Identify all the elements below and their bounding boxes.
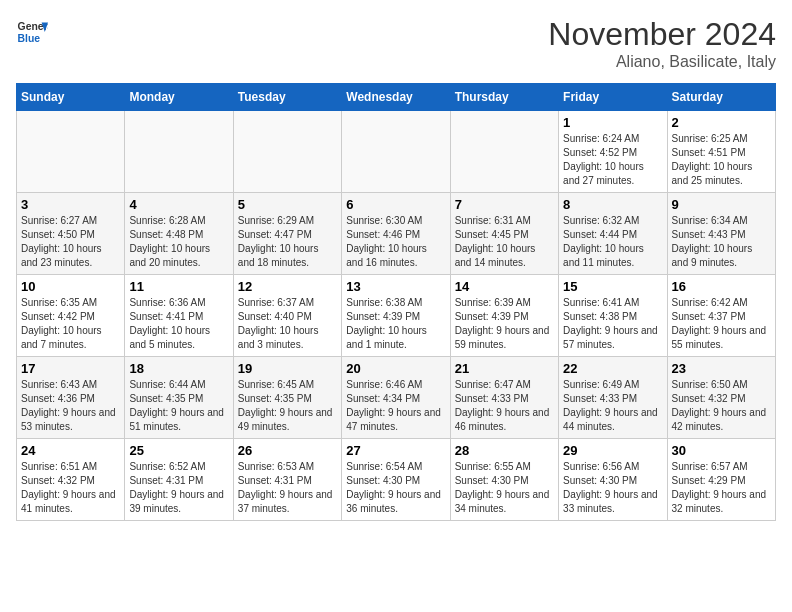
month-title: November 2024 — [548, 16, 776, 53]
location-subtitle: Aliano, Basilicate, Italy — [548, 53, 776, 71]
day-number: 30 — [672, 443, 771, 458]
day-number: 13 — [346, 279, 445, 294]
day-info: Sunrise: 6:44 AM Sunset: 4:35 PM Dayligh… — [129, 378, 228, 434]
day-number: 22 — [563, 361, 662, 376]
day-info: Sunrise: 6:27 AM Sunset: 4:50 PM Dayligh… — [21, 214, 120, 270]
day-cell: 14Sunrise: 6:39 AM Sunset: 4:39 PM Dayli… — [450, 275, 558, 357]
day-number: 15 — [563, 279, 662, 294]
day-info: Sunrise: 6:28 AM Sunset: 4:48 PM Dayligh… — [129, 214, 228, 270]
svg-text:Blue: Blue — [18, 33, 41, 44]
day-cell: 9Sunrise: 6:34 AM Sunset: 4:43 PM Daylig… — [667, 193, 775, 275]
day-info: Sunrise: 6:39 AM Sunset: 4:39 PM Dayligh… — [455, 296, 554, 352]
calendar-body: 1Sunrise: 6:24 AM Sunset: 4:52 PM Daylig… — [17, 111, 776, 521]
day-header-monday: Monday — [125, 84, 233, 111]
day-cell — [233, 111, 341, 193]
day-cell — [17, 111, 125, 193]
calendar-header: SundayMondayTuesdayWednesdayThursdayFrid… — [17, 84, 776, 111]
day-cell: 27Sunrise: 6:54 AM Sunset: 4:30 PM Dayli… — [342, 439, 450, 521]
day-info: Sunrise: 6:38 AM Sunset: 4:39 PM Dayligh… — [346, 296, 445, 352]
day-cell: 21Sunrise: 6:47 AM Sunset: 4:33 PM Dayli… — [450, 357, 558, 439]
day-number: 26 — [238, 443, 337, 458]
day-info: Sunrise: 6:47 AM Sunset: 4:33 PM Dayligh… — [455, 378, 554, 434]
day-number: 16 — [672, 279, 771, 294]
day-info: Sunrise: 6:34 AM Sunset: 4:43 PM Dayligh… — [672, 214, 771, 270]
logo-icon: General Blue — [16, 16, 48, 48]
week-row-2: 3Sunrise: 6:27 AM Sunset: 4:50 PM Daylig… — [17, 193, 776, 275]
day-number: 4 — [129, 197, 228, 212]
day-info: Sunrise: 6:43 AM Sunset: 4:36 PM Dayligh… — [21, 378, 120, 434]
day-cell: 30Sunrise: 6:57 AM Sunset: 4:29 PM Dayli… — [667, 439, 775, 521]
day-info: Sunrise: 6:36 AM Sunset: 4:41 PM Dayligh… — [129, 296, 228, 352]
day-cell: 29Sunrise: 6:56 AM Sunset: 4:30 PM Dayli… — [559, 439, 667, 521]
week-row-3: 10Sunrise: 6:35 AM Sunset: 4:42 PM Dayli… — [17, 275, 776, 357]
day-number: 19 — [238, 361, 337, 376]
day-cell: 15Sunrise: 6:41 AM Sunset: 4:38 PM Dayli… — [559, 275, 667, 357]
header-row: SundayMondayTuesdayWednesdayThursdayFrid… — [17, 84, 776, 111]
day-number: 24 — [21, 443, 120, 458]
day-cell: 16Sunrise: 6:42 AM Sunset: 4:37 PM Dayli… — [667, 275, 775, 357]
day-header-saturday: Saturday — [667, 84, 775, 111]
day-number: 6 — [346, 197, 445, 212]
day-number: 20 — [346, 361, 445, 376]
day-cell: 17Sunrise: 6:43 AM Sunset: 4:36 PM Dayli… — [17, 357, 125, 439]
day-cell: 2Sunrise: 6:25 AM Sunset: 4:51 PM Daylig… — [667, 111, 775, 193]
day-cell — [125, 111, 233, 193]
day-info: Sunrise: 6:25 AM Sunset: 4:51 PM Dayligh… — [672, 132, 771, 188]
day-cell: 18Sunrise: 6:44 AM Sunset: 4:35 PM Dayli… — [125, 357, 233, 439]
day-number: 14 — [455, 279, 554, 294]
day-number: 2 — [672, 115, 771, 130]
day-header-tuesday: Tuesday — [233, 84, 341, 111]
day-number: 10 — [21, 279, 120, 294]
day-number: 8 — [563, 197, 662, 212]
day-cell: 22Sunrise: 6:49 AM Sunset: 4:33 PM Dayli… — [559, 357, 667, 439]
day-number: 11 — [129, 279, 228, 294]
day-number: 3 — [21, 197, 120, 212]
page-header: General Blue November 2024 Aliano, Basil… — [16, 16, 776, 71]
day-cell — [450, 111, 558, 193]
day-info: Sunrise: 6:35 AM Sunset: 4:42 PM Dayligh… — [21, 296, 120, 352]
day-info: Sunrise: 6:56 AM Sunset: 4:30 PM Dayligh… — [563, 460, 662, 516]
day-info: Sunrise: 6:31 AM Sunset: 4:45 PM Dayligh… — [455, 214, 554, 270]
day-info: Sunrise: 6:37 AM Sunset: 4:40 PM Dayligh… — [238, 296, 337, 352]
day-info: Sunrise: 6:52 AM Sunset: 4:31 PM Dayligh… — [129, 460, 228, 516]
day-number: 18 — [129, 361, 228, 376]
day-number: 28 — [455, 443, 554, 458]
day-cell: 1Sunrise: 6:24 AM Sunset: 4:52 PM Daylig… — [559, 111, 667, 193]
week-row-1: 1Sunrise: 6:24 AM Sunset: 4:52 PM Daylig… — [17, 111, 776, 193]
day-number: 17 — [21, 361, 120, 376]
day-cell: 25Sunrise: 6:52 AM Sunset: 4:31 PM Dayli… — [125, 439, 233, 521]
day-number: 12 — [238, 279, 337, 294]
day-info: Sunrise: 6:41 AM Sunset: 4:38 PM Dayligh… — [563, 296, 662, 352]
day-cell: 5Sunrise: 6:29 AM Sunset: 4:47 PM Daylig… — [233, 193, 341, 275]
day-cell: 8Sunrise: 6:32 AM Sunset: 4:44 PM Daylig… — [559, 193, 667, 275]
day-info: Sunrise: 6:32 AM Sunset: 4:44 PM Dayligh… — [563, 214, 662, 270]
day-header-thursday: Thursday — [450, 84, 558, 111]
day-number: 7 — [455, 197, 554, 212]
day-cell: 19Sunrise: 6:45 AM Sunset: 4:35 PM Dayli… — [233, 357, 341, 439]
day-info: Sunrise: 6:54 AM Sunset: 4:30 PM Dayligh… — [346, 460, 445, 516]
day-number: 9 — [672, 197, 771, 212]
week-row-5: 24Sunrise: 6:51 AM Sunset: 4:32 PM Dayli… — [17, 439, 776, 521]
day-cell: 13Sunrise: 6:38 AM Sunset: 4:39 PM Dayli… — [342, 275, 450, 357]
day-number: 21 — [455, 361, 554, 376]
day-number: 5 — [238, 197, 337, 212]
day-info: Sunrise: 6:51 AM Sunset: 4:32 PM Dayligh… — [21, 460, 120, 516]
day-cell: 6Sunrise: 6:30 AM Sunset: 4:46 PM Daylig… — [342, 193, 450, 275]
title-block: November 2024 Aliano, Basilicate, Italy — [548, 16, 776, 71]
day-cell: 4Sunrise: 6:28 AM Sunset: 4:48 PM Daylig… — [125, 193, 233, 275]
day-number: 1 — [563, 115, 662, 130]
day-cell: 28Sunrise: 6:55 AM Sunset: 4:30 PM Dayli… — [450, 439, 558, 521]
day-info: Sunrise: 6:50 AM Sunset: 4:32 PM Dayligh… — [672, 378, 771, 434]
day-info: Sunrise: 6:45 AM Sunset: 4:35 PM Dayligh… — [238, 378, 337, 434]
day-cell: 10Sunrise: 6:35 AM Sunset: 4:42 PM Dayli… — [17, 275, 125, 357]
logo: General Blue — [16, 16, 48, 48]
day-info: Sunrise: 6:42 AM Sunset: 4:37 PM Dayligh… — [672, 296, 771, 352]
day-cell: 3Sunrise: 6:27 AM Sunset: 4:50 PM Daylig… — [17, 193, 125, 275]
day-info: Sunrise: 6:30 AM Sunset: 4:46 PM Dayligh… — [346, 214, 445, 270]
day-info: Sunrise: 6:46 AM Sunset: 4:34 PM Dayligh… — [346, 378, 445, 434]
day-cell: 23Sunrise: 6:50 AM Sunset: 4:32 PM Dayli… — [667, 357, 775, 439]
day-info: Sunrise: 6:29 AM Sunset: 4:47 PM Dayligh… — [238, 214, 337, 270]
day-info: Sunrise: 6:24 AM Sunset: 4:52 PM Dayligh… — [563, 132, 662, 188]
day-info: Sunrise: 6:55 AM Sunset: 4:30 PM Dayligh… — [455, 460, 554, 516]
day-number: 27 — [346, 443, 445, 458]
